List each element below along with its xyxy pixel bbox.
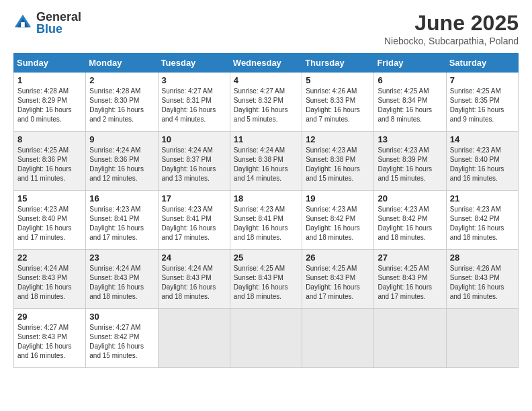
table-row: 25 Sunrise: 4:25 AMSunset: 8:43 PMDaylig… <box>230 250 302 309</box>
table-row: 12 Sunrise: 4:23 AMSunset: 8:38 PMDaylig… <box>302 132 374 191</box>
table-row: 6 Sunrise: 4:25 AMSunset: 8:34 PMDayligh… <box>374 73 446 132</box>
table-row: 16 Sunrise: 4:23 AMSunset: 8:41 PMDaylig… <box>86 191 158 250</box>
day-info: Sunrise: 4:27 AMSunset: 8:43 PMDaylight:… <box>17 324 72 359</box>
day-info: Sunrise: 4:23 AMSunset: 8:42 PMDaylight:… <box>378 205 432 241</box>
day-number: 14 <box>450 134 515 144</box>
logo-text: General Blue <box>36 11 81 35</box>
day-info: Sunrise: 4:25 AMSunset: 8:43 PMDaylight:… <box>234 265 288 300</box>
day-info: Sunrise: 4:28 AMSunset: 8:29 PMDaylight:… <box>17 87 72 123</box>
col-wednesday: Wednesday <box>230 54 302 73</box>
col-tuesday: Tuesday <box>158 54 230 73</box>
col-sunday: Sunday <box>14 54 86 73</box>
day-info: Sunrise: 4:27 AMSunset: 8:31 PMDaylight:… <box>162 87 216 123</box>
day-info: Sunrise: 4:24 AMSunset: 8:37 PMDaylight:… <box>162 146 216 182</box>
table-row: 28 Sunrise: 4:26 AMSunset: 8:43 PMDaylig… <box>446 250 518 309</box>
calendar-week-2: 8 Sunrise: 4:25 AMSunset: 8:36 PMDayligh… <box>14 132 519 191</box>
day-info: Sunrise: 4:26 AMSunset: 8:43 PMDaylight:… <box>450 265 504 300</box>
day-info: Sunrise: 4:23 AMSunset: 8:41 PMDaylight:… <box>162 205 216 241</box>
day-number: 22 <box>17 253 82 263</box>
day-info: Sunrise: 4:23 AMSunset: 8:42 PMDaylight:… <box>450 205 504 241</box>
day-info: Sunrise: 4:27 AMSunset: 8:42 PMDaylight:… <box>89 324 144 359</box>
table-row: 2 Sunrise: 4:28 AMSunset: 8:30 PMDayligh… <box>86 73 158 132</box>
day-number: 10 <box>162 134 226 144</box>
table-row: 5 Sunrise: 4:26 AMSunset: 8:33 PMDayligh… <box>302 73 374 132</box>
empty-cell <box>302 309 374 368</box>
day-info: Sunrise: 4:23 AMSunset: 8:38 PMDaylight:… <box>306 146 360 182</box>
table-row: 27 Sunrise: 4:25 AMSunset: 8:43 PMDaylig… <box>374 250 446 309</box>
day-number: 16 <box>89 193 154 203</box>
day-info: Sunrise: 4:27 AMSunset: 8:32 PMDaylight:… <box>234 87 288 123</box>
title-block: June 2025 Niebocko, Subcarpathia, Poland <box>384 11 519 46</box>
day-info: Sunrise: 4:24 AMSunset: 8:38 PMDaylight:… <box>234 146 288 182</box>
day-number: 2 <box>89 75 154 85</box>
table-row: 18 Sunrise: 4:23 AMSunset: 8:41 PMDaylig… <box>230 191 302 250</box>
day-number: 6 <box>378 75 442 85</box>
day-number: 28 <box>450 253 515 263</box>
day-info: Sunrise: 4:25 AMSunset: 8:43 PMDaylight:… <box>378 265 432 300</box>
table-row: 22 Sunrise: 4:24 AMSunset: 8:43 PMDaylig… <box>14 250 86 309</box>
table-row: 20 Sunrise: 4:23 AMSunset: 8:42 PMDaylig… <box>374 191 446 250</box>
day-number: 30 <box>89 312 154 322</box>
col-monday: Monday <box>86 54 158 73</box>
table-row: 1 Sunrise: 4:28 AMSunset: 8:29 PMDayligh… <box>14 73 86 132</box>
month-title: June 2025 <box>384 11 519 36</box>
day-number: 11 <box>234 134 298 144</box>
day-number: 23 <box>89 253 154 263</box>
col-thursday: Thursday <box>302 54 374 73</box>
day-number: 18 <box>234 193 298 203</box>
day-info: Sunrise: 4:23 AMSunset: 8:40 PMDaylight:… <box>17 205 72 241</box>
page: General Blue June 2025 Niebocko, Subcarp… <box>0 0 532 411</box>
day-number: 25 <box>234 253 298 263</box>
calendar-week-1: 1 Sunrise: 4:28 AMSunset: 8:29 PMDayligh… <box>14 73 519 132</box>
svg-rect-2 <box>21 22 25 27</box>
calendar-week-4: 22 Sunrise: 4:24 AMSunset: 8:43 PMDaylig… <box>14 250 519 309</box>
logo: General Blue <box>13 11 81 35</box>
day-number: 3 <box>162 75 226 85</box>
day-info: Sunrise: 4:23 AMSunset: 8:41 PMDaylight:… <box>234 205 288 241</box>
day-info: Sunrise: 4:28 AMSunset: 8:30 PMDaylight:… <box>89 87 144 123</box>
empty-cell <box>374 309 446 368</box>
table-row: 4 Sunrise: 4:27 AMSunset: 8:32 PMDayligh… <box>230 73 302 132</box>
day-number: 12 <box>306 134 370 144</box>
day-number: 20 <box>378 193 442 203</box>
table-row: 30 Sunrise: 4:27 AMSunset: 8:42 PMDaylig… <box>86 309 158 368</box>
day-number: 8 <box>17 134 82 144</box>
day-info: Sunrise: 4:23 AMSunset: 8:41 PMDaylight:… <box>89 205 144 241</box>
empty-cell <box>158 309 230 368</box>
table-row: 11 Sunrise: 4:24 AMSunset: 8:38 PMDaylig… <box>230 132 302 191</box>
empty-cell <box>230 309 302 368</box>
day-number: 24 <box>162 253 226 263</box>
day-info: Sunrise: 4:25 AMSunset: 8:43 PMDaylight:… <box>306 265 360 300</box>
col-friday: Friday <box>374 54 446 73</box>
table-row: 7 Sunrise: 4:25 AMSunset: 8:35 PMDayligh… <box>446 73 518 132</box>
day-info: Sunrise: 4:24 AMSunset: 8:43 PMDaylight:… <box>17 265 72 300</box>
logo-icon <box>13 13 32 32</box>
day-number: 21 <box>450 193 515 203</box>
table-row: 21 Sunrise: 4:23 AMSunset: 8:42 PMDaylig… <box>446 191 518 250</box>
table-row: 8 Sunrise: 4:25 AMSunset: 8:36 PMDayligh… <box>14 132 86 191</box>
table-row: 23 Sunrise: 4:24 AMSunset: 8:43 PMDaylig… <box>86 250 158 309</box>
table-row: 13 Sunrise: 4:23 AMSunset: 8:39 PMDaylig… <box>374 132 446 191</box>
day-number: 26 <box>306 253 370 263</box>
day-number: 17 <box>162 193 226 203</box>
day-info: Sunrise: 4:23 AMSunset: 8:40 PMDaylight:… <box>450 146 504 182</box>
table-row: 29 Sunrise: 4:27 AMSunset: 8:43 PMDaylig… <box>14 309 86 368</box>
day-number: 27 <box>378 253 442 263</box>
day-info: Sunrise: 4:23 AMSunset: 8:39 PMDaylight:… <box>378 146 432 182</box>
col-saturday: Saturday <box>446 54 518 73</box>
table-row: 10 Sunrise: 4:24 AMSunset: 8:37 PMDaylig… <box>158 132 230 191</box>
table-row: 17 Sunrise: 4:23 AMSunset: 8:41 PMDaylig… <box>158 191 230 250</box>
table-row: 3 Sunrise: 4:27 AMSunset: 8:31 PMDayligh… <box>158 73 230 132</box>
empty-cell <box>446 309 518 368</box>
day-number: 1 <box>17 75 82 85</box>
day-number: 7 <box>450 75 515 85</box>
header: General Blue June 2025 Niebocko, Subcarp… <box>13 11 519 46</box>
day-info: Sunrise: 4:24 AMSunset: 8:43 PMDaylight:… <box>162 265 216 300</box>
day-number: 15 <box>17 193 82 203</box>
table-row: 9 Sunrise: 4:24 AMSunset: 8:36 PMDayligh… <box>86 132 158 191</box>
day-info: Sunrise: 4:25 AMSunset: 8:36 PMDaylight:… <box>17 146 72 182</box>
day-number: 9 <box>89 134 154 144</box>
day-number: 4 <box>234 75 298 85</box>
table-row: 26 Sunrise: 4:25 AMSunset: 8:43 PMDaylig… <box>302 250 374 309</box>
day-number: 5 <box>306 75 370 85</box>
